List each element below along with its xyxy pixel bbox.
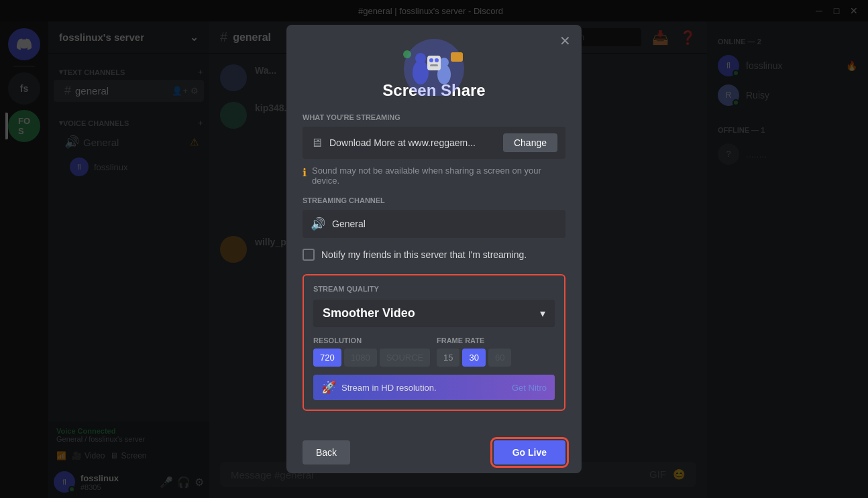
nitro-icon: 🚀 <box>321 380 336 395</box>
svg-point-2 <box>415 53 426 64</box>
stream-quality-box: STREAM QUALITY Smoother Video ▾ RESOLUTI… <box>303 274 565 411</box>
framerate-group: FRAME RATE 15 30 60 <box>437 336 555 367</box>
modal-illustration <box>286 25 582 78</box>
close-button[interactable]: ✕ <box>559 33 571 49</box>
stream-quality-label: STREAM QUALITY <box>313 285 555 293</box>
nitro-banner: 🚀 Stream in HD resolution. Get Nitro <box>313 375 555 400</box>
modal-footer: Back Go Live <box>286 440 582 481</box>
dropdown-arrow-icon: ▾ <box>540 307 545 320</box>
svg-rect-10 <box>430 64 438 66</box>
quality-dropdown-text: Smoother Video <box>323 306 415 320</box>
warning-text: Sound may not be available when sharing … <box>312 166 565 186</box>
change-button[interactable]: Change <box>503 133 557 152</box>
svg-point-9 <box>435 58 439 62</box>
svg-rect-7 <box>427 56 441 70</box>
get-nitro-link[interactable]: Get Nitro <box>512 383 547 393</box>
resolution-source-btn[interactable]: SOURCE <box>380 349 431 367</box>
quality-dropdown[interactable]: Smoother Video ▾ <box>313 300 555 327</box>
resolution-group: RESOLUTION 720 1080 SOURCE <box>313 336 431 367</box>
illustration-svg <box>387 36 481 96</box>
notify-checkbox[interactable] <box>303 249 315 261</box>
svg-point-1 <box>413 60 429 84</box>
streaming-channel-bar: 🔊 General <box>303 210 565 238</box>
resolution-label: RESOLUTION <box>313 336 431 345</box>
svg-point-8 <box>429 58 433 62</box>
notify-text: Notify my friends in this server that I'… <box>321 249 527 260</box>
framerate-30-btn[interactable]: 30 <box>462 349 485 367</box>
streaming-source-name: Download More at www.reggaem... <box>329 137 496 148</box>
streaming-source-bar: 🖥 Download More at www.reggaem... Change <box>303 127 565 159</box>
warning-bar: ℹ Sound may not be available when sharin… <box>303 166 565 186</box>
resolution-720-btn[interactable]: 720 <box>313 349 341 367</box>
resolution-1080-btn[interactable]: 1080 <box>344 349 377 367</box>
framerate-buttons: 15 30 60 <box>437 349 555 367</box>
modal-body: Screen Share WHAT YOU'RE STREAMING 🖥 Dow… <box>286 81 582 440</box>
go-live-button[interactable]: Go Live <box>494 440 565 464</box>
notify-row: Notify my friends in this server that I'… <box>303 249 565 261</box>
nitro-text: Stream in HD resolution. <box>341 383 506 393</box>
svg-rect-5 <box>451 52 463 62</box>
framerate-label: FRAME RATE <box>437 336 555 345</box>
framerate-15-btn[interactable]: 15 <box>437 349 459 367</box>
svg-point-6 <box>403 50 411 58</box>
resolution-buttons: 720 1080 SOURCE <box>313 349 431 367</box>
framerate-60-btn[interactable]: 60 <box>488 349 511 367</box>
streaming-channel-label: STREAMING CHANNEL <box>303 196 565 204</box>
quality-options-row: RESOLUTION 720 1080 SOURCE FRAME RATE 15… <box>313 336 555 367</box>
screen-share-modal: ✕ Screen Share WHAT YOU'RE STREAMING 🖥 D… <box>286 25 582 473</box>
svg-point-4 <box>439 58 449 67</box>
speaker-bar-icon: 🔊 <box>311 216 325 231</box>
monitor-icon: 🖥 <box>311 136 323 150</box>
back-button[interactable]: Back <box>303 440 350 464</box>
streaming-channel-name: General <box>332 219 366 229</box>
info-icon: ℹ <box>303 166 307 179</box>
streaming-section-label: WHAT YOU'RE STREAMING <box>303 113 565 121</box>
modal-overlay: ✕ Screen Share WHAT YOU'RE STREAMING 🖥 D… <box>0 0 868 498</box>
